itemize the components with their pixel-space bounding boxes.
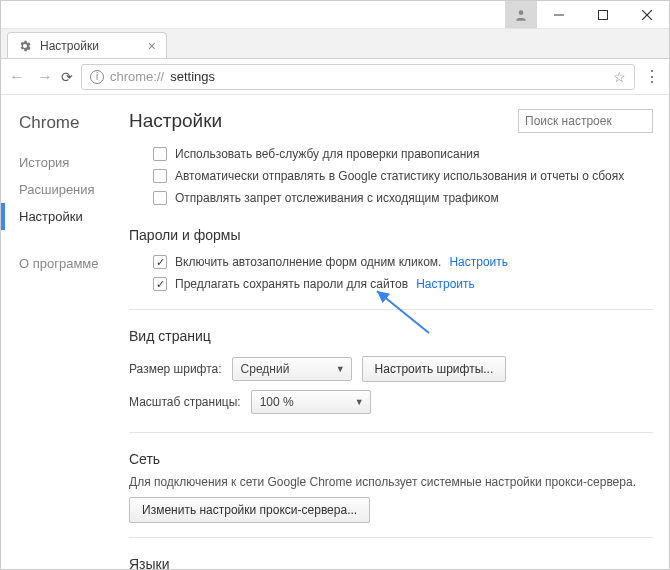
svg-rect-2 xyxy=(599,10,608,19)
divider xyxy=(129,537,653,538)
checkbox-label: Отправлять запрет отслеживания с исходящ… xyxy=(175,191,499,205)
section-title-passwords: Пароли и формы xyxy=(129,227,653,243)
passwords-row-savepw[interactable]: Предлагать сохранять пароли для сайтов Н… xyxy=(129,273,653,295)
tab-title: Настройки xyxy=(40,39,99,53)
reload-button[interactable]: ⟳ xyxy=(61,69,73,85)
link-autofill-configure[interactable]: Настроить xyxy=(449,255,508,269)
url-path: settings xyxy=(170,69,215,84)
sidebar-item-about[interactable]: О программе xyxy=(19,250,119,277)
select-font-size[interactable]: Средний xyxy=(232,357,352,381)
sidebar-item-history[interactable]: История xyxy=(19,149,119,176)
checkbox-stats[interactable] xyxy=(153,169,167,183)
link-savepw-configure[interactable]: Настроить xyxy=(416,277,475,291)
checkbox-autofill[interactable] xyxy=(153,255,167,269)
section-title-languages: Языки xyxy=(129,556,653,569)
sidebar-brand: Chrome xyxy=(19,113,119,133)
sidebar-item-settings[interactable]: Настройки xyxy=(1,203,119,230)
window-close-button[interactable] xyxy=(625,1,669,28)
network-description: Для подключения к сети Google Chrome исп… xyxy=(129,475,653,489)
divider xyxy=(129,432,653,433)
settings-sidebar: Chrome История Расширения Настройки О пр… xyxy=(1,95,119,569)
privacy-row-spellcheck[interactable]: Использовать веб-службу для проверки пра… xyxy=(129,143,653,165)
checkbox-spellcheck[interactable] xyxy=(153,147,167,161)
checkbox-savepw[interactable] xyxy=(153,277,167,291)
proxy-settings-button[interactable]: Изменить настройки прокси-сервера... xyxy=(129,497,370,523)
window-maximize-button[interactable] xyxy=(581,1,625,28)
gear-icon xyxy=(18,39,32,53)
checkbox-label: Автоматически отправлять в Google статис… xyxy=(175,169,624,183)
privacy-row-dnt[interactable]: Отправлять запрет отслеживания с исходящ… xyxy=(129,187,653,209)
address-bar[interactable]: i chrome://settings ☆ xyxy=(81,64,635,90)
account-icon[interactable] xyxy=(505,1,537,28)
select-page-zoom[interactable]: 100 % xyxy=(251,390,371,414)
sidebar-item-extensions[interactable]: Расширения xyxy=(19,176,119,203)
svg-point-0 xyxy=(519,10,524,15)
window-minimize-button[interactable] xyxy=(537,1,581,28)
tab-settings[interactable]: Настройки × xyxy=(7,32,167,58)
checkbox-label: Включить автозаполнение форм одним клико… xyxy=(175,255,441,269)
checkbox-label: Использовать веб-службу для проверки пра… xyxy=(175,147,479,161)
forward-button[interactable]: → xyxy=(37,68,53,86)
svg-line-5 xyxy=(377,291,429,333)
bookmark-star-icon[interactable]: ☆ xyxy=(613,69,626,85)
section-title-network: Сеть xyxy=(129,451,653,467)
section-title-appearance: Вид страниц xyxy=(129,328,653,344)
label-page-zoom: Масштаб страницы: xyxy=(129,395,241,409)
privacy-row-stats[interactable]: Автоматически отправлять в Google статис… xyxy=(129,165,653,187)
tab-close-icon[interactable]: × xyxy=(148,39,156,53)
checkbox-label: Предлагать сохранять пароли для сайтов xyxy=(175,277,408,291)
tab-strip: Настройки × xyxy=(1,29,669,59)
site-info-icon[interactable]: i xyxy=(90,70,104,84)
page-title: Настройки xyxy=(129,110,222,132)
divider xyxy=(129,309,653,310)
settings-main: Настройки Использовать веб-службу для пр… xyxy=(119,95,669,569)
checkbox-dnt[interactable] xyxy=(153,191,167,205)
settings-search-input[interactable] xyxy=(518,109,653,133)
browser-toolbar: ← → ⟳ i chrome://settings ☆ ⋮ xyxy=(1,59,669,95)
customize-fonts-button[interactable]: Настроить шрифты... xyxy=(362,356,507,382)
window-titlebar xyxy=(1,1,669,29)
back-button[interactable]: ← xyxy=(9,68,25,86)
chrome-menu-button[interactable]: ⋮ xyxy=(643,67,661,86)
passwords-row-autofill[interactable]: Включить автозаполнение форм одним клико… xyxy=(129,251,653,273)
label-font-size: Размер шрифта: xyxy=(129,362,222,376)
url-scheme: chrome:// xyxy=(110,69,164,84)
